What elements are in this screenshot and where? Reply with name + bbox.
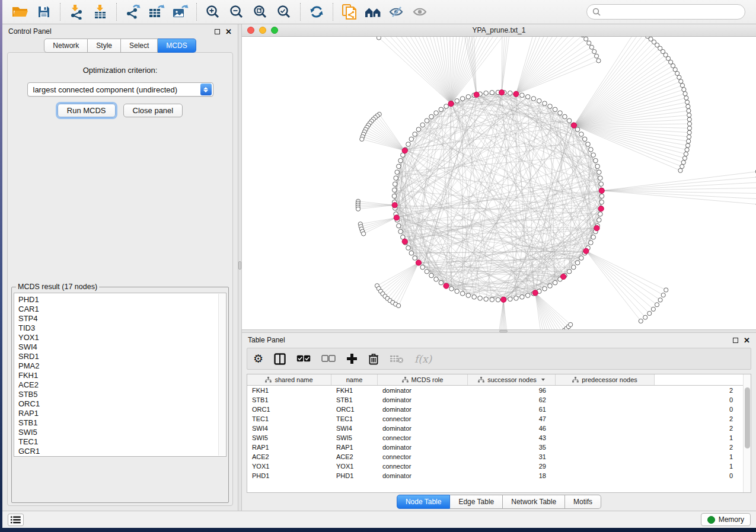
- import-network-icon[interactable]: [66, 2, 87, 21]
- hide-selected-icon[interactable]: [387, 2, 407, 21]
- table-scrollbar[interactable]: [743, 374, 751, 492]
- table-row[interactable]: SWI5SWI5connector431: [247, 433, 751, 443]
- mcds-result-item[interactable]: PHD1: [18, 295, 226, 305]
- table-row[interactable]: RAP1RAP1dominator352: [247, 443, 751, 452]
- network-graph[interactable]: [242, 37, 756, 329]
- split-panel-icon[interactable]: [274, 353, 286, 365]
- table-tab-node-table[interactable]: Node Table: [397, 495, 451, 509]
- close-panel-button[interactable]: Close panel: [123, 104, 183, 117]
- list-scrollbar[interactable]: [218, 294, 225, 456]
- mcds-result-item[interactable]: GCR1: [18, 447, 226, 456]
- select-all-icon[interactable]: [296, 355, 311, 363]
- copy-current-style-icon[interactable]: [339, 2, 359, 21]
- cell-successor-nodes: 62: [468, 396, 556, 403]
- zoom-in-icon[interactable]: [203, 2, 223, 21]
- table-row[interactable]: SWI4SWI4dominator462: [247, 424, 751, 433]
- import-table-icon[interactable]: [90, 2, 110, 21]
- zoom-out-icon[interactable]: [227, 2, 247, 21]
- deselect-all-icon[interactable]: [321, 355, 336, 363]
- cell-name: SWI5: [331, 434, 378, 441]
- tab-style[interactable]: Style: [88, 39, 121, 53]
- mcds-result-item[interactable]: ACE2: [18, 380, 226, 390]
- table-toolbar: ⚙ f(x): [247, 348, 751, 370]
- table-row[interactable]: ACE2ACE2connector311: [247, 452, 751, 462]
- mcds-result-item[interactable]: RAP1: [18, 409, 226, 418]
- mcds-result-item[interactable]: SWI4: [18, 342, 226, 352]
- table-options-icon[interactable]: ⚙: [253, 353, 263, 364]
- tab-mcds[interactable]: MCDS: [158, 39, 196, 53]
- cell-mcds-role: connector: [378, 463, 468, 470]
- mcds-result-item[interactable]: CAR1: [18, 305, 226, 314]
- cell-predecessor-nodes: 2: [556, 425, 751, 432]
- float-panel-icon[interactable]: [215, 29, 220, 34]
- mcds-result-item[interactable]: SRD1: [18, 352, 226, 361]
- table-row[interactable]: TEC1TEC1connector472: [247, 414, 751, 424]
- table-row[interactable]: FKH1FKH1dominator962: [247, 386, 751, 395]
- cell-shared-name: FKH1: [247, 387, 331, 394]
- table-tab-edge-table[interactable]: Edge Table: [450, 495, 503, 509]
- vertical-splitter[interactable]: [238, 24, 242, 511]
- mcds-result-item[interactable]: STB5: [18, 390, 226, 399]
- scrollbar-thumb[interactable]: [745, 387, 750, 448]
- show-all-icon[interactable]: [410, 2, 430, 21]
- function-builder-icon[interactable]: f(x): [414, 353, 432, 365]
- tab-select[interactable]: Select: [121, 39, 158, 53]
- mcds-result-item[interactable]: FKH1: [18, 371, 226, 380]
- horizontal-splitter[interactable]: [242, 329, 756, 333]
- zoom-selected-icon[interactable]: [274, 2, 294, 21]
- float-panel-icon[interactable]: [733, 338, 738, 343]
- network-canvas[interactable]: [242, 37, 756, 329]
- cell-predecessor-nodes: 2: [556, 415, 751, 422]
- tab-network[interactable]: Network: [44, 39, 88, 53]
- memory-label: Memory: [719, 515, 744, 524]
- table-row[interactable]: YOX1YOX1connector291: [247, 462, 751, 471]
- task-history-button[interactable]: [8, 514, 24, 526]
- table-row[interactable]: ORC1ORC1dominator610: [247, 405, 751, 414]
- node-table[interactable]: shared namenameMCDS rolesuccessor nodesp…: [247, 374, 751, 493]
- search-field[interactable]: [586, 4, 745, 20]
- column-header-MCDS-role[interactable]: MCDS role: [378, 374, 468, 385]
- table-row[interactable]: PHD1PHD1dominator180: [247, 471, 751, 480]
- mcds-result-item[interactable]: TID3: [18, 323, 226, 333]
- close-panel-icon[interactable]: ✕: [744, 338, 750, 343]
- mcds-result-item[interactable]: YOX1: [18, 333, 226, 342]
- export-image-icon[interactable]: [170, 2, 190, 21]
- export-table-icon[interactable]: [146, 2, 167, 21]
- column-header-name[interactable]: name: [331, 374, 378, 385]
- mcds-result-item[interactable]: SWI5: [18, 428, 226, 437]
- delete-table-icon[interactable]: [390, 354, 404, 364]
- table-row[interactable]: STB1STB1dominator620: [247, 395, 751, 405]
- select-spinner-icon: [200, 84, 212, 95]
- cell-mcds-role: connector: [378, 453, 468, 460]
- cell-mcds-role: dominator: [378, 444, 468, 451]
- save-session-icon[interactable]: [34, 2, 54, 21]
- table-tab-motifs[interactable]: Motifs: [565, 495, 601, 509]
- network-window-titlebar[interactable]: YPA_prune.txt_1: [242, 24, 756, 37]
- mcds-result-list[interactable]: PHD1CAR1STP4TID3YOX1SWI4SRD1PMA2FKH1ACE2…: [14, 293, 227, 457]
- delete-columns-icon[interactable]: [368, 353, 379, 365]
- column-header-predecessor-nodes[interactable]: predecessor nodes: [556, 374, 655, 385]
- mcds-result-item[interactable]: ORC1: [18, 399, 226, 409]
- run-mcds-button[interactable]: Run MCDS: [58, 104, 116, 117]
- memory-button[interactable]: Memory: [701, 513, 751, 526]
- open-session-icon[interactable]: [10, 2, 30, 21]
- criterion-select[interactable]: largest connected component (undirected): [27, 82, 213, 97]
- cell-successor-nodes: 47: [468, 415, 556, 422]
- close-panel-icon[interactable]: ✕: [225, 29, 232, 34]
- mcds-result-item[interactable]: PMA2: [18, 361, 226, 371]
- export-network-icon[interactable]: [123, 2, 143, 21]
- splitter-handle[interactable]: [499, 330, 508, 332]
- column-header-successor-nodes[interactable]: successor nodes: [468, 374, 556, 385]
- search-input[interactable]: [604, 8, 739, 16]
- control-panel: Control Panel ✕ NetworkStyleSelectMCDS O…: [2, 24, 238, 511]
- mcds-result-item[interactable]: STP4: [18, 314, 226, 323]
- splitter-handle[interactable]: [238, 261, 241, 270]
- mcds-result-item[interactable]: STB1: [18, 418, 226, 428]
- add-column-icon[interactable]: [346, 353, 358, 364]
- zoom-fit-icon[interactable]: [250, 2, 270, 21]
- column-header-shared-name[interactable]: shared name: [247, 374, 331, 385]
- table-tab-network-table[interactable]: Network Table: [503, 495, 565, 509]
- first-neighbors-icon[interactable]: [363, 2, 383, 21]
- mcds-result-item[interactable]: TEC1: [18, 437, 226, 447]
- refresh-icon[interactable]: [307, 2, 327, 21]
